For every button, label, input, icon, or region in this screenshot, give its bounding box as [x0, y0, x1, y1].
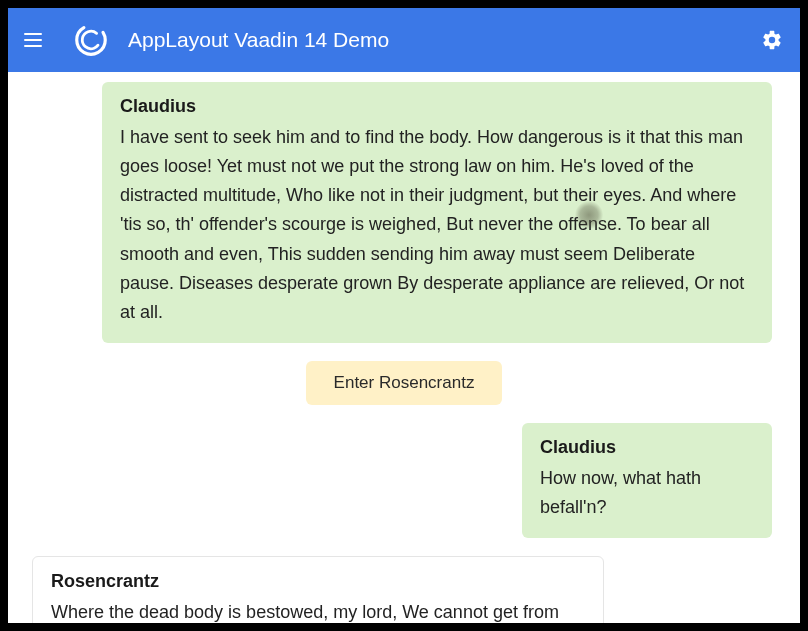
speech-line: Where the dead body is bestowed, my lord…	[51, 598, 585, 623]
speaker-name: Claudius	[540, 437, 754, 458]
speaker-name: Rosencrantz	[51, 571, 585, 592]
gear-icon[interactable]	[760, 28, 784, 52]
stage-direction: Enter Rosencrantz	[306, 361, 503, 405]
chat-content: Claudius I have sent to seek him and to …	[8, 72, 800, 623]
app-window: AppLayout Vaadin 14 Demo Claudius I have…	[8, 8, 800, 623]
menu-icon[interactable]	[24, 28, 48, 52]
speech-line: How now, what hath befall'n?	[540, 464, 754, 522]
app-logo	[72, 21, 110, 59]
stage-text: Enter Rosencrantz	[334, 373, 475, 392]
chat-bubble: Claudius I have sent to seek him and to …	[102, 82, 772, 343]
top-navbar: AppLayout Vaadin 14 Demo	[8, 8, 800, 72]
chat-bubble: Claudius How now, what hath befall'n?	[522, 423, 772, 538]
speaker-name: Claudius	[120, 96, 754, 117]
page-title: AppLayout Vaadin 14 Demo	[128, 28, 760, 52]
chat-bubble: Rosencrantz Where the dead body is besto…	[32, 556, 604, 623]
speech-line: I have sent to seek him and to find the …	[120, 123, 754, 327]
